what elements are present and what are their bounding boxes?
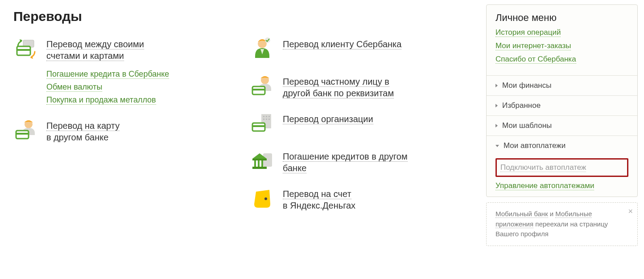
transfer-link-line2: в Яндекс.Деньгах — [283, 201, 355, 210]
transfer-to-sberbank-client[interactable]: Перевод клиенту Сбербанка — [250, 37, 473, 62]
svg-point-28 — [264, 197, 267, 200]
svg-rect-7 — [16, 133, 29, 135]
transfer-link-line2[interactable]: банке — [283, 163, 306, 173]
transfer-between-own[interactable]: Перевод между своими счетами и картами — [13, 37, 236, 62]
person-green-icon — [250, 37, 275, 62]
svg-rect-17 — [263, 119, 264, 120]
close-icon[interactable]: × — [628, 205, 633, 217]
transfer-to-organization[interactable]: Перевод организации — [250, 111, 473, 136]
svg-rect-3 — [17, 49, 30, 51]
svg-rect-27 — [252, 167, 267, 169]
sublink-currency-exchange[interactable]: Обмен валюты — [46, 82, 236, 92]
acc-my-templates[interactable]: Мои шаблоны — [487, 115, 637, 135]
svg-rect-21 — [252, 125, 265, 127]
transfer-link[interactable]: Перевод организации — [283, 114, 373, 124]
connect-autopay-highlight: Подключить автоплатеж — [495, 158, 628, 177]
svg-rect-14 — [263, 116, 264, 117]
chevron-right-icon — [495, 104, 498, 107]
cards-exchange-icon — [13, 37, 38, 62]
link-history[interactable]: История операций — [495, 28, 628, 37]
svg-rect-15 — [266, 116, 267, 117]
sublink-loan-repay[interactable]: Погашение кредита в Сбербанке — [46, 70, 236, 79]
acc-my-finances[interactable]: Мои финансы — [487, 75, 637, 95]
sub-links-group: Погашение кредита в Сбербанке Обмен валю… — [46, 70, 236, 105]
building-card-icon — [250, 111, 275, 136]
svg-rect-18 — [266, 119, 267, 120]
acc-my-autopayments[interactable]: Мои автоплатежи — [487, 135, 637, 156]
sidebar: Личное меню История операций Мои интерне… — [486, 0, 638, 246]
link-manage-autopay[interactable]: Управление автоплатежами — [495, 181, 594, 190]
svg-rect-25 — [258, 160, 260, 167]
transfer-link-line2[interactable]: другой банк по реквизитам — [283, 88, 394, 98]
info-box: × Мобильный банк и Мобильные приложения … — [486, 202, 638, 246]
chevron-right-icon — [495, 84, 498, 87]
autopay-sub: Подключить автоплатеж Управление автопла… — [487, 156, 637, 197]
transfer-link[interactable]: Погашение кредитов в другом — [283, 152, 408, 162]
acc-favorites[interactable]: Избранное — [487, 95, 637, 115]
transfers-column-right: Перевод клиенту Сбербанка — [250, 37, 473, 224]
transfer-link[interactable]: Перевод на карту — [46, 121, 120, 131]
link-mobile-bank[interactable]: Мобильный банк — [495, 210, 548, 218]
transfer-to-card-other-bank[interactable]: Перевод на карту в другом банке — [13, 118, 236, 143]
link-spasibo[interactable]: Спасибо от Сбербанка — [495, 55, 628, 64]
transfer-link[interactable]: Перевод клиенту Сбербанка — [283, 39, 401, 49]
personal-menu-title: Личное меню — [487, 5, 637, 28]
svg-rect-16 — [268, 116, 270, 117]
sublink-metals[interactable]: Покупка и продажа металлов — [46, 95, 236, 105]
svg-point-9 — [265, 37, 270, 43]
loan-repay-other-bank[interactable]: Погашение кредитов в другом банке — [250, 149, 473, 174]
transfer-to-person-other-bank[interactable]: Перевод частному лицу в другой банк по р… — [250, 74, 473, 99]
main-content: Переводы — [0, 0, 486, 246]
transfer-link[interactable]: Перевод частному лицу в — [283, 77, 389, 87]
personal-menu-panel: Личное меню История операций Мои интерне… — [486, 4, 638, 197]
chevron-right-icon — [495, 124, 498, 127]
svg-rect-26 — [261, 160, 263, 167]
transfer-link-line2: в другом банке — [46, 132, 108, 142]
svg-rect-24 — [254, 160, 256, 167]
person-card-icon — [13, 118, 38, 143]
page-title: Переводы — [13, 9, 473, 24]
transfer-link[interactable]: Перевод между своими — [46, 39, 144, 49]
link-connect-autopay[interactable]: Подключить автоплатеж — [500, 163, 586, 172]
bank-wallet-icon — [250, 149, 275, 174]
person-card-grey-icon — [250, 74, 275, 99]
link-internet-orders[interactable]: Мои интернет-заказы — [495, 41, 628, 50]
transfer-to-yandex-money[interactable]: Перевод на счет в Яндекс.Деньгах — [250, 186, 473, 211]
svg-rect-12 — [252, 89, 265, 90]
svg-rect-23 — [252, 159, 267, 160]
transfers-column-left: Перевод между своими счетами и картами П… — [13, 37, 250, 224]
transfer-link-line2[interactable]: счетами и картами — [46, 51, 124, 61]
chevron-down-icon — [495, 145, 499, 147]
yandex-wallet-icon — [250, 186, 275, 211]
transfer-link[interactable]: Перевод на счет — [283, 189, 351, 199]
svg-rect-19 — [268, 119, 270, 120]
